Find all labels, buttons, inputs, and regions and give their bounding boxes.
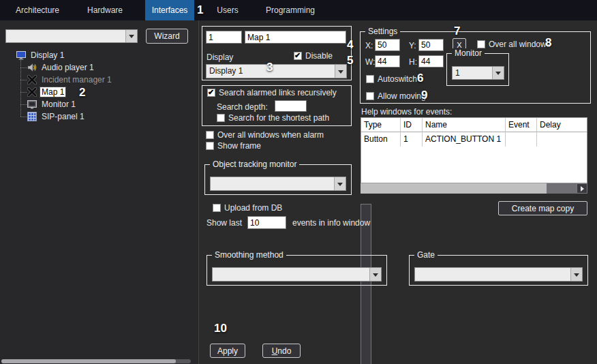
search-shortest-path-checkbox-box[interactable] xyxy=(217,114,225,122)
autoswitch-checkbox-box[interactable] xyxy=(366,75,374,83)
app-window: Architecture Hardware Interfaces Users P… xyxy=(0,0,597,364)
object-combobox-value xyxy=(6,30,125,42)
upload-from-db-checkbox-box[interactable] xyxy=(213,204,221,212)
tree-item-display[interactable]: Display 1 xyxy=(0,49,198,61)
smoothing-combobox[interactable] xyxy=(212,267,382,282)
display-combobox-value: Display 1 xyxy=(206,65,335,78)
tree-item-monitor[interactable]: Monitor 1 xyxy=(0,98,198,110)
tree-item-label-selected: Map 1 xyxy=(40,87,65,97)
object-tracking-combobox[interactable] xyxy=(210,177,346,191)
over-all-windows-alarm-checkbox[interactable]: Over all windows when alarm xyxy=(206,130,324,140)
monitor-combobox[interactable]: 1 xyxy=(452,66,504,80)
table-horizontal-scrollbar[interactable] xyxy=(361,183,587,194)
tab-architecture[interactable]: Architecture xyxy=(10,0,65,20)
tree-item-map[interactable]: Map 1 xyxy=(0,86,198,98)
smoothing-combobox-arrow-icon[interactable] xyxy=(369,268,381,281)
y-label: Y: xyxy=(409,41,416,51)
col-type: Type xyxy=(361,118,401,132)
col-id: ID xyxy=(401,118,423,132)
audio-player-icon xyxy=(27,63,37,72)
undo-button-label-rest: ndo xyxy=(277,346,291,356)
show-last-label: Show last xyxy=(206,218,242,228)
over-all-windows-alarm-checkbox-label: Over all windows when alarm xyxy=(217,130,324,140)
h-field[interactable] xyxy=(418,55,444,67)
search-recursive-checkbox[interactable]: Search alarmed links recursively xyxy=(207,88,337,97)
cell-name: ACTION_BUTTON 1 xyxy=(423,132,506,147)
top-tab-bar: Architecture Hardware Interfaces Users P… xyxy=(0,0,597,20)
sip-panel-icon xyxy=(27,112,37,121)
col-event: Event xyxy=(506,118,537,132)
tree-scrollbar-thumb[interactable] xyxy=(1,359,176,363)
disable-checkbox[interactable]: Disable xyxy=(294,51,333,61)
allow-moving-checkbox[interactable]: Allow moving xyxy=(366,91,426,101)
table-row[interactable]: Button 1 ACTION_BUTTON 1 xyxy=(361,132,587,147)
display-combobox[interactable]: Display 1 xyxy=(206,64,347,78)
annotation-10: 10 xyxy=(214,322,227,335)
help-windows-title: Help windows for events: xyxy=(361,107,452,117)
search-depth-label: Search depth: xyxy=(217,102,268,112)
col-delay: Delay xyxy=(537,118,587,132)
cell-delay xyxy=(537,132,587,147)
tree-item-label: Display 1 xyxy=(29,50,65,60)
scroll-right-icon[interactable] xyxy=(577,183,587,194)
tree-item-sip-panel[interactable]: SIP-panel 1 xyxy=(0,110,198,123)
upload-from-db-checkbox[interactable]: Upload from DB xyxy=(213,203,282,213)
gate-groupbox-label: Gate xyxy=(414,250,438,260)
tree-item-label: SIP-panel 1 xyxy=(40,112,86,121)
undo-button[interactable]: Undo xyxy=(262,344,301,358)
object-combobox-arrow-icon[interactable] xyxy=(125,30,137,42)
display-icon xyxy=(16,50,27,60)
create-map-copy-button[interactable]: Create map copy xyxy=(498,201,587,215)
show-frame-checkbox[interactable]: Show frame xyxy=(206,141,261,151)
tree-item-label: Incident manager 1 xyxy=(40,75,113,85)
allow-moving-checkbox-label: Allow moving xyxy=(378,91,426,101)
gate-combobox-arrow-icon[interactable] xyxy=(570,268,582,281)
monitor-icon xyxy=(27,100,37,109)
wizard-button[interactable]: Wizard xyxy=(146,29,188,44)
w-field[interactable] xyxy=(375,55,400,67)
show-frame-checkbox-box[interactable] xyxy=(206,142,214,150)
search-shortest-path-checkbox-label: Search for the shortest path xyxy=(228,113,329,123)
over-all-windows-alarm-checkbox-box[interactable] xyxy=(206,131,214,139)
map-name-field[interactable] xyxy=(245,31,346,44)
object-tree: Display 1 Audio player 1 Incident manage… xyxy=(0,49,198,131)
search-recursive-checkbox-box[interactable] xyxy=(207,89,215,97)
object-combobox[interactable] xyxy=(5,29,138,43)
show-last-field[interactable] xyxy=(247,216,286,229)
help-events-table: Type ID Name Event Delay Button 1 ACTION… xyxy=(361,117,587,183)
tab-hardware[interactable]: Hardware xyxy=(78,0,132,20)
scrollbar-track[interactable] xyxy=(361,183,577,194)
tree-item-audio-player[interactable]: Audio player 1 xyxy=(0,61,198,74)
tree-horizontal-scrollbar[interactable] xyxy=(1,359,191,363)
settings-groupbox-label: Settings xyxy=(365,27,400,37)
monitor-combobox-arrow-icon[interactable] xyxy=(492,67,504,79)
disable-checkbox-box[interactable] xyxy=(294,52,302,60)
disable-checkbox-label: Disable xyxy=(305,51,333,61)
table-header-row: Type ID Name Event Delay xyxy=(361,118,587,132)
scrollbar-thumb[interactable] xyxy=(361,183,547,194)
search-depth-field[interactable] xyxy=(275,100,307,112)
display-combobox-arrow-icon[interactable] xyxy=(335,65,346,78)
tab-users[interactable]: Users xyxy=(209,0,247,20)
allow-moving-checkbox-box[interactable] xyxy=(366,92,374,100)
tab-programming[interactable]: Programming xyxy=(259,0,322,20)
object-tracking-combobox-value xyxy=(211,177,334,190)
cell-event xyxy=(506,132,537,147)
y-field[interactable] xyxy=(418,39,444,51)
map-icon xyxy=(27,87,37,97)
x-field[interactable] xyxy=(375,39,400,51)
object-tracking-combobox-arrow-icon[interactable] xyxy=(334,177,346,190)
upload-from-db-checkbox-label: Upload from DB xyxy=(224,203,282,213)
undo-button-accesskey: U xyxy=(272,346,278,356)
show-frame-checkbox-label: Show frame xyxy=(217,141,261,151)
autoswitch-checkbox[interactable]: Autoswitch xyxy=(366,74,417,84)
over-all-windows-checkbox[interactable]: Over all windows xyxy=(477,40,551,49)
search-shortest-path-checkbox[interactable]: Search for the shortest path xyxy=(217,113,329,123)
apply-button[interactable]: Apply xyxy=(210,344,245,358)
tree-item-incident-manager[interactable]: Incident manager 1 xyxy=(0,74,198,86)
gate-combobox[interactable] xyxy=(414,267,583,282)
tab-interfaces[interactable]: Interfaces xyxy=(145,0,194,20)
map-id-field[interactable] xyxy=(206,31,242,44)
search-recursive-checkbox-label: Search alarmed links recursively xyxy=(219,88,337,97)
over-all-windows-checkbox-box[interactable] xyxy=(477,40,485,48)
